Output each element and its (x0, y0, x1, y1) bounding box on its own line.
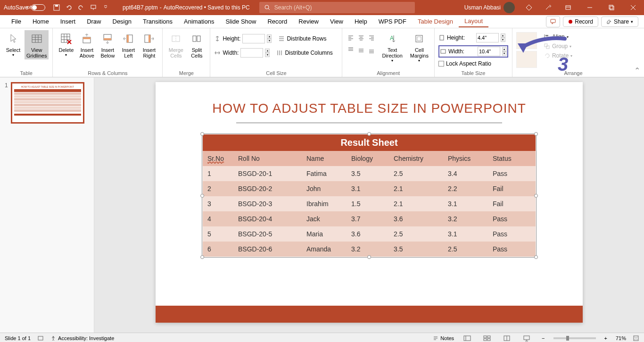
align-objects-icon (544, 33, 550, 40)
zoom-in-button[interactable]: + (603, 335, 609, 341)
selection-handle[interactable] (534, 194, 538, 198)
dist-cols-icon (276, 50, 283, 56)
col-header: Roll No (233, 151, 302, 166)
menu-draw[interactable]: Draw (81, 16, 107, 27)
menu-table-design[interactable]: Table Design (412, 16, 459, 27)
redo-icon[interactable] (77, 4, 85, 11)
selection-handle[interactable] (200, 255, 204, 259)
menu-layout[interactable]: Layout (459, 16, 488, 27)
menu-insert[interactable]: Insert (55, 16, 82, 27)
user-account[interactable]: Usman Abbasi (460, 2, 520, 13)
spinner-up[interactable]: ▴ (502, 47, 507, 51)
align-bottom-icon[interactable] (367, 45, 376, 55)
notes-button[interactable]: Notes (433, 335, 454, 341)
language-icon[interactable] (37, 335, 44, 342)
slide-sorter-icon[interactable] (480, 334, 494, 342)
merge-cells-button[interactable]: Merge Cells (166, 30, 185, 59)
bring-forward-icon[interactable] (516, 32, 537, 49)
normal-view-icon[interactable] (461, 334, 474, 342)
table-height-input[interactable] (476, 33, 499, 42)
distribute-cols-button[interactable]: Distribute Columns (276, 50, 332, 56)
slide-canvas[interactable]: HOW TO ADJUST TABLE SIZE IN POWERPOINT R… (94, 77, 644, 333)
align-right-icon[interactable] (367, 33, 376, 42)
slide[interactable]: HOW TO ADJUST TABLE SIZE IN POWERPOINT R… (156, 82, 583, 323)
menu-record[interactable]: Record (262, 16, 293, 27)
spinner-down[interactable]: ▾ (267, 39, 272, 43)
result-table[interactable]: Result Sheet Sr.No Roll No Name Biology … (203, 134, 536, 257)
spinner-up[interactable]: ▴ (501, 33, 505, 38)
accessibility-status[interactable]: Accessibility: Investigate (50, 335, 114, 341)
menu-home[interactable]: Home (27, 16, 55, 27)
record-button[interactable]: Record (563, 17, 598, 27)
insert-below-button[interactable]: Insert Below (98, 30, 117, 59)
menu-wpspdf[interactable]: WPS PDF (373, 16, 412, 27)
minimize-button[interactable] (579, 0, 601, 15)
align-top-icon[interactable] (346, 45, 355, 55)
ribbon-display-icon[interactable] (557, 0, 579, 15)
align-button[interactable]: Align▾ (544, 33, 572, 40)
menu-transitions[interactable]: Transitions (137, 16, 178, 27)
slide-thumbnail[interactable]: HOW TO ADJUST TABLE SIZE IN POWERPOINT (11, 82, 84, 124)
wand-icon[interactable] (538, 4, 557, 11)
diamond-icon[interactable] (520, 4, 538, 11)
menu-slideshow[interactable]: Slide Show (220, 16, 262, 27)
search-box[interactable]: Search (Alt+Q) (259, 2, 415, 13)
qat-more-icon[interactable] (102, 4, 109, 11)
maximize-button[interactable] (601, 0, 622, 15)
align-left-icon[interactable] (346, 33, 355, 42)
group-button[interactable]: Group▾ (544, 43, 572, 50)
fit-to-window-icon[interactable] (633, 335, 639, 342)
zoom-slider[interactable] (553, 337, 596, 339)
toggle-switch[interactable]: Off (31, 4, 45, 11)
collapse-ribbon-icon[interactable]: ⌃ (634, 66, 644, 77)
spinner-up[interactable]: ▴ (267, 34, 272, 39)
slideshow-view-icon[interactable] (520, 334, 533, 342)
slide-thumbnails-panel[interactable]: 1 HOW TO ADJUST TABLE SIZE IN POWERPOINT (0, 77, 94, 333)
selection-handle[interactable] (534, 132, 538, 136)
spinner-down[interactable]: ▾ (265, 53, 270, 57)
select-button[interactable]: Select▾ (4, 30, 23, 58)
undo-icon[interactable] (65, 4, 73, 11)
cell-width-input[interactable] (240, 48, 263, 58)
lock-aspect-checkbox[interactable]: Lock Aspect Ratio (438, 60, 491, 67)
view-gridlines-button[interactable]: View Gridlines (25, 30, 49, 59)
autosave-toggle[interactable]: AutoSave Off (0, 4, 49, 11)
present-icon[interactable] (90, 4, 97, 11)
selection-handle[interactable] (534, 255, 538, 259)
comments-button[interactable] (546, 16, 560, 27)
zoom-level[interactable]: 71% (616, 335, 626, 341)
save-icon[interactable] (53, 4, 60, 11)
selection-handle[interactable] (367, 255, 371, 259)
reading-view-icon[interactable] (500, 334, 513, 342)
table-width-input[interactable] (478, 47, 500, 56)
split-cells-button[interactable]: Split Cells (187, 30, 206, 59)
delete-button[interactable]: Delete▾ (57, 30, 75, 58)
zoom-out-button[interactable]: − (540, 335, 546, 341)
insert-right-button[interactable]: Insert Right (140, 30, 158, 59)
share-button[interactable]: Share▾ (601, 17, 638, 27)
menu-design[interactable]: Design (107, 16, 137, 27)
result-table-selection[interactable]: Result Sheet Sr.No Roll No Name Biology … (203, 134, 536, 257)
close-button[interactable] (622, 0, 644, 15)
menu-help[interactable]: Help (349, 16, 373, 27)
align-center-icon[interactable] (356, 33, 366, 42)
text-direction-button[interactable]: A Text Direction▾ (380, 30, 404, 64)
menu-view[interactable]: View (324, 16, 349, 27)
insert-left-button[interactable]: Insert Left (119, 30, 138, 59)
distribute-rows-button[interactable]: Distribute Rows (278, 35, 326, 42)
send-backward-icon[interactable] (516, 51, 537, 68)
insert-above-button[interactable]: Insert Above (77, 30, 96, 59)
spinner-down[interactable]: ▾ (501, 38, 505, 42)
menu-review[interactable]: Review (293, 16, 324, 27)
selection-handle[interactable] (200, 194, 204, 198)
spinner-up[interactable]: ▴ (265, 49, 270, 53)
spinner-down[interactable]: ▾ (502, 51, 507, 56)
align-middle-icon[interactable] (356, 45, 366, 55)
selection-handle[interactable] (200, 132, 204, 136)
menu-file[interactable]: File (6, 16, 27, 27)
cell-height-input[interactable] (242, 34, 265, 43)
rotate-button[interactable]: Rotate▾ (544, 52, 572, 59)
cell-margins-button[interactable]: Cell Margins▾ (408, 30, 430, 64)
menu-animations[interactable]: Animations (178, 16, 220, 27)
selection-handle[interactable] (367, 132, 371, 136)
